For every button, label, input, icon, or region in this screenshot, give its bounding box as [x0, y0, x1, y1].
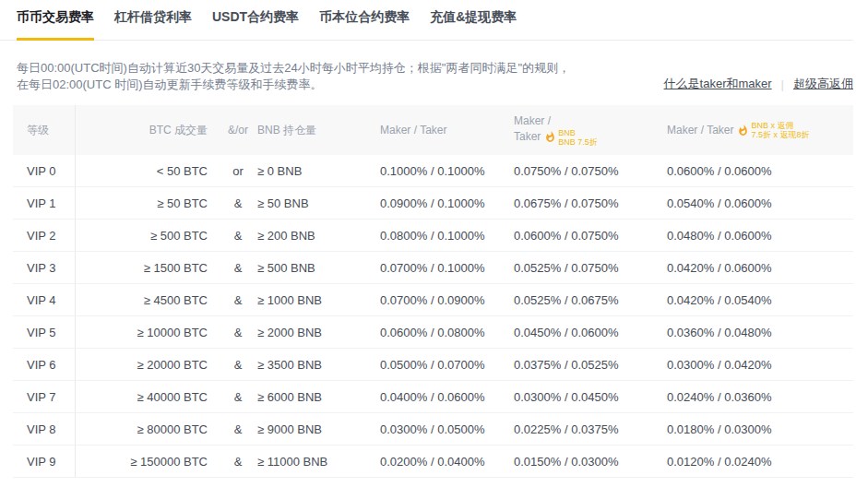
btc-volume-cell: ≥ 150000 BTC: [75, 446, 219, 477]
btc-volume-cell: ≥ 20000 BTC: [75, 349, 219, 380]
level-cell: VIP 6: [13, 358, 75, 372]
bnb-balance-cell: ≥ 2000 BNB: [257, 326, 380, 339]
maker-taker-cell: 0.0500% / 0.0700%: [380, 358, 514, 372]
maker-taker-bnb-cell: 0.0450% / 0.0600%: [514, 326, 667, 339]
level-cell: VIP 7: [13, 390, 75, 404]
and-or-cell: or: [219, 164, 257, 178]
super-referral-link[interactable]: 超级高返佣: [793, 76, 853, 92]
maker-taker-bnb-cell: 0.0600% / 0.0750%: [514, 229, 667, 243]
bnb-balance-cell: ≥ 6000 BNB: [257, 390, 380, 404]
table-row: VIP 3 ≥ 1500 BTC & ≥ 500 BNB 0.0700% / 0…: [13, 252, 853, 284]
bnb-balance-cell: ≥ 50 BNB: [257, 196, 380, 210]
level-cell: VIP 4: [13, 293, 75, 307]
link-divider: |: [781, 77, 784, 91]
maker-taker-cell: 0.0300% / 0.0500%: [380, 422, 514, 436]
maker-taker-referral-cell: 0.0300% / 0.0420%: [667, 358, 853, 372]
column-header-maker-taker: Maker / Taker: [380, 124, 514, 137]
maker-taker-cell: 0.0600% / 0.0800%: [380, 326, 514, 339]
maker-taker-referral-cell: 0.0180% / 0.0300%: [667, 422, 853, 436]
flame-icon: [737, 125, 749, 137]
column-header-level: 等级: [13, 123, 75, 138]
maker-taker-cell: 0.0400% / 0.0600%: [380, 390, 514, 404]
column-header-and-or: &/or: [219, 124, 257, 137]
fee-page: 币币交易费率杠杆借贷利率USDT合约费率币本位合约费率充值&提现费率 每日00:…: [0, 0, 868, 499]
column-header-btc-volume: BTC 成交量: [75, 105, 219, 155]
level-cell: VIP 8: [13, 422, 75, 436]
maker-taker-referral-cell: 0.0120% / 0.0240%: [667, 455, 853, 469]
maker-taker-cell: 0.0700% / 0.1000%: [380, 261, 514, 275]
maker-taker-bnb-cell: 0.0750% / 0.0750%: [514, 164, 667, 178]
maker-taker-cell: 0.1000% / 0.1000%: [380, 164, 514, 178]
maker-taker-cell: 0.0800% / 0.1000%: [380, 229, 514, 243]
maker-taker-bnb-cell: 0.0375% / 0.0525%: [514, 358, 667, 372]
description-line2: 在每日02:00(UTC 时间)自动更新手续费等级和手续费率。: [17, 77, 570, 93]
column-header-bnb-balance: BNB 持仓量: [257, 123, 380, 138]
bnb-balance-cell: ≥ 1000 BNB: [257, 293, 380, 307]
table-row: VIP 1 ≥ 50 BTC & ≥ 50 BNB 0.0900% / 0.10…: [13, 187, 853, 220]
fee-tab[interactable]: USDT合约费率: [212, 9, 299, 40]
maker-taker-bnb-cell: 0.0300% / 0.0450%: [514, 390, 667, 404]
and-or-cell: &: [219, 293, 257, 307]
level-cell: VIP 3: [13, 261, 75, 275]
column-header-maker-taker-bnb: Maker / Taker BNB BNB 7.5折: [514, 114, 667, 147]
maker-taker-bnb-cell: 0.0525% / 0.0675%: [514, 293, 667, 307]
table-body: VIP 0 < 50 BTC or ≥ 0 BNB 0.1000% / 0.10…: [13, 155, 853, 478]
maker-taker-referral-cell: 0.0420% / 0.0600%: [667, 261, 853, 275]
btc-volume-cell: ≥ 500 BTC: [75, 220, 219, 251]
bnb-balance-cell: ≥ 3500 BNB: [257, 358, 380, 372]
and-or-cell: &: [219, 229, 257, 243]
btc-volume-cell: ≥ 50 BTC: [75, 187, 219, 219]
maker-taker-referral-cell: 0.0600% / 0.0600%: [667, 164, 853, 178]
table-row: VIP 6 ≥ 20000 BTC & ≥ 3500 BNB 0.0500% /…: [13, 349, 853, 381]
what-is-taker-maker-link[interactable]: 什么是taker和maker: [664, 76, 772, 92]
fee-tab[interactable]: 币本位合约费率: [319, 9, 410, 40]
table-row: VIP 0 < 50 BTC or ≥ 0 BNB 0.1000% / 0.10…: [13, 155, 853, 187]
description-row: 每日00:00(UTC时间)自动计算近30天交易量及过去24小时每小时平均持仓；…: [0, 41, 868, 93]
maker-taker-cell: 0.0900% / 0.1000%: [380, 196, 514, 210]
fee-tab[interactable]: 币币交易费率: [17, 9, 94, 40]
btc-volume-cell: ≥ 80000 BTC: [75, 413, 219, 445]
btc-volume-cell: ≥ 40000 BTC: [75, 381, 219, 412]
table-row: VIP 4 ≥ 4500 BTC & ≥ 1000 BNB 0.0700% / …: [13, 284, 853, 316]
table-row: VIP 5 ≥ 10000 BTC & ≥ 2000 BNB 0.0600% /…: [13, 316, 853, 349]
maker-taker-referral-cell: 0.0540% / 0.0600%: [667, 196, 853, 210]
column-header-maker-taker-referral: Maker / Taker BNB x 返佣 7.5折 x 返现8折: [667, 121, 853, 139]
btc-volume-cell: ≥ 1500 BTC: [75, 252, 219, 283]
table-row: VIP 2 ≥ 500 BTC & ≥ 200 BNB 0.0800% / 0.…: [13, 220, 853, 252]
btc-volume-cell: ≥ 10000 BTC: [75, 316, 219, 348]
level-cell: VIP 9: [13, 455, 75, 469]
description-line1: 每日00:00(UTC时间)自动计算近30天交易量及过去24小时每小时平均持仓；…: [17, 60, 570, 77]
level-cell: VIP 2: [13, 229, 75, 243]
fee-tab[interactable]: 杠杆借贷利率: [114, 9, 192, 40]
level-cell: VIP 1: [13, 196, 75, 210]
bnb-balance-cell: ≥ 9000 BNB: [257, 422, 380, 436]
maker-taker-cell: 0.0200% / 0.0400%: [380, 455, 514, 469]
flame-icon: [544, 131, 556, 143]
and-or-cell: &: [219, 196, 257, 210]
maker-taker-referral-cell: 0.0480% / 0.0600%: [667, 229, 853, 243]
btc-volume-cell: ≥ 4500 BTC: [75, 284, 219, 315]
btc-volume-cell: < 50 BTC: [75, 155, 219, 186]
bnb-balance-cell: ≥ 500 BNB: [257, 261, 380, 275]
maker-taker-cell: 0.0700% / 0.0900%: [380, 293, 514, 307]
fee-description: 每日00:00(UTC时间)自动计算近30天交易量及过去24小时每小时平均持仓；…: [17, 60, 570, 93]
table-row: VIP 9 ≥ 150000 BTC & ≥ 11000 BNB 0.0200%…: [13, 446, 853, 478]
bnb-balance-cell: ≥ 11000 BNB: [257, 455, 380, 469]
table-header: 等级 BTC 成交量 &/or BNB 持仓量 Maker / Taker Ma…: [13, 105, 853, 155]
table-row: VIP 7 ≥ 40000 BTC & ≥ 6000 BNB 0.0400% /…: [13, 381, 853, 413]
bnb-discount-badge: BNB BNB 7.5折: [558, 128, 598, 147]
maker-taker-bnb-cell: 0.0150% / 0.0300%: [514, 455, 667, 469]
level-cell: VIP 5: [13, 326, 75, 339]
and-or-cell: &: [219, 455, 257, 469]
maker-taker-referral-cell: 0.0420% / 0.0540%: [667, 293, 853, 307]
level-cell: VIP 0: [13, 164, 75, 178]
and-or-cell: &: [219, 422, 257, 436]
fee-tab[interactable]: 充值&提现费率: [430, 9, 517, 40]
bnb-balance-cell: ≥ 0 BNB: [257, 164, 380, 178]
maker-taker-referral-cell: 0.0240% / 0.0360%: [667, 390, 853, 404]
help-links: 什么是taker和maker | 超级高返佣: [664, 76, 853, 93]
maker-taker-bnb-cell: 0.0675% / 0.0750%: [514, 196, 667, 210]
table-row: VIP 8 ≥ 80000 BTC & ≥ 9000 BNB 0.0300% /…: [13, 413, 853, 446]
referral-discount-badge: BNB x 返佣 7.5折 x 返现8折: [751, 121, 809, 139]
and-or-cell: &: [219, 261, 257, 275]
